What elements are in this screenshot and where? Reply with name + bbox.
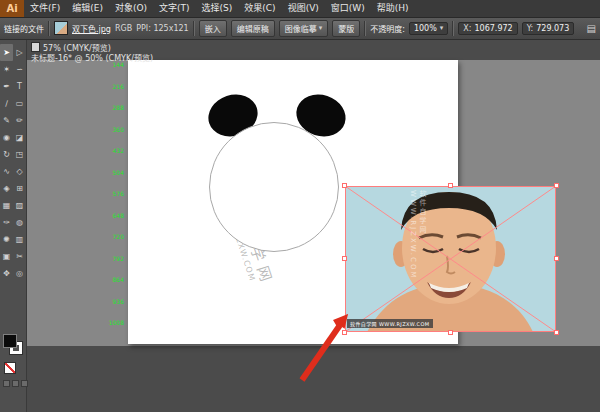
image-trace-button[interactable]: 图像临摹 ▾ [279,20,329,37]
divider [193,21,195,36]
handle-bottom-right[interactable] [554,330,559,335]
edit-original-button[interactable]: 编辑原稿 [231,20,275,37]
divider [48,21,50,36]
ruler-label: 648 [98,213,124,219]
ruler-label: 864 [98,277,124,283]
ruler-label: 576 [98,191,124,197]
y-label: Y: [527,24,534,33]
direct-selection-tool[interactable]: ▷ [13,44,26,61]
document-tab[interactable]: 未标题-16* @ 50% (CMYK/预览) [31,52,153,63]
photo-caption-strip: 软件自学网 WWW.RJZXW.COM [347,319,433,328]
menu-type[interactable]: 文字(T) [153,0,196,17]
ruler-label: 792 [98,256,124,262]
drawing-mode-buttons [3,380,28,387]
ppi-label: PPI: 125x121 [136,24,189,33]
color-mode-label: RGB [115,24,132,33]
ruler-label: 288 [98,105,124,111]
perspective-grid-tool[interactable]: ⊞ [13,180,26,197]
divider [364,21,366,36]
menu-select[interactable]: 选择(S) [196,0,239,17]
hand-tool[interactable]: ✥ [0,265,13,282]
width-tool[interactable]: ∿ [0,163,13,180]
menu-edit[interactable]: 编辑(E) [66,0,109,17]
menubar: Ai 文件(F) 编辑(E) 对象(O) 文字(T) 选择(S) 效果(C) 视… [0,0,600,18]
column-graph-tool[interactable]: ▥ [13,231,26,248]
handle-top-middle[interactable] [448,183,453,188]
magic-wand-tool[interactable]: ✶ [0,61,13,78]
handle-middle-left[interactable] [342,256,347,261]
ruler-label: 1008 [98,320,124,326]
tools-panel: ➤ ▷ ✶ ∽ ✒ T ∕ ▭ ✎ ✏ ◉ ◪ ↻ ◳ ∿ ◇ ◈ ⊞ ▦ ▨ … [0,40,27,412]
image-trace-label: 图像临摹 [285,23,317,34]
opacity-label: 不透明度: [370,23,405,34]
x-value: 1067.972 [475,24,513,33]
handle-bottom-left[interactable] [342,330,347,335]
y-position-field[interactable]: Y: 729.073 [522,22,575,35]
photo-illustration [345,186,556,332]
draw-normal-mode-button[interactable] [3,380,10,387]
draw-behind-mode-button[interactable] [12,380,19,387]
document-title: 未标题-16* @ 50% (CMYK/预览) [31,54,153,63]
ruler-label: 504 [98,170,124,176]
document-icon [31,42,40,52]
eraser-tool[interactable]: ◪ [13,129,26,146]
panda-face-circle-shape[interactable] [209,122,339,252]
linked-file-thumbnail [54,21,68,35]
placed-linked-image[interactable]: 软件自学网 WWW.RJZXW.COM 软件自学网 WWW.RJZXW.COM [345,186,556,332]
draw-inside-mode-button[interactable] [21,380,28,387]
handle-top-right[interactable] [554,183,559,188]
eyedropper-tool[interactable]: ✑ [0,214,13,231]
chevron-down-icon: ▾ [440,24,444,32]
mesh-tool[interactable]: ▦ [0,197,13,214]
app-logo: Ai [0,0,24,17]
divider [452,21,454,36]
pen-tool[interactable]: ✒ [0,78,13,95]
handle-middle-right[interactable] [554,256,559,261]
panel-icon[interactable]: ▤ [587,23,596,34]
blob-brush-tool[interactable]: ◉ [0,129,13,146]
selection-tool[interactable]: ➤ [0,44,13,61]
x-label: X: [463,24,471,33]
symbol-sprayer-tool[interactable]: ✺ [0,231,13,248]
ruler-label: 216 [98,84,124,90]
none-color-swatch[interactable] [4,362,16,374]
x-position-field[interactable]: X: 1067.972 [458,22,517,35]
menu-window[interactable]: 窗口(W) [325,0,371,17]
menu-help[interactable]: 帮助(H) [371,0,415,17]
opacity-value: 100% [414,24,437,33]
embed-button[interactable]: 嵌入 [199,20,227,37]
chevron-down-icon: ▾ [319,24,323,32]
zoom-tool[interactable]: ◎ [13,265,26,282]
pencil-tool[interactable]: ✏ [13,112,26,129]
lasso-tool[interactable]: ∽ [13,61,26,78]
y-value: 729.073 [536,24,569,33]
ruler-label: 720 [98,234,124,240]
artboard-tool[interactable]: ▣ [0,248,13,265]
paintbrush-tool[interactable]: ✎ [0,112,13,129]
control-bar: 链接的文件 双下色.jpg RGB PPI: 125x121 嵌入 编辑原稿 图… [0,17,600,40]
ruler-label: 936 [98,299,124,305]
menu-effect[interactable]: 效果(C) [238,0,281,17]
blend-tool[interactable]: ◍ [13,214,26,231]
mask-button[interactable]: 蒙版 [332,20,360,37]
menu-view[interactable]: 视图(V) [282,0,325,17]
scale-tool[interactable]: ◳ [13,146,26,163]
menu-file[interactable]: 文件(F) [24,0,66,17]
free-transform-tool[interactable]: ◇ [13,163,26,180]
control-panel-label: 链接的文件 [4,23,44,34]
opacity-dropdown[interactable]: 100% ▾ [409,22,448,35]
handle-top-left[interactable] [342,183,347,188]
fill-color-swatch[interactable] [3,334,17,348]
linked-filename[interactable]: 双下色.jpg [72,23,111,34]
ruler-label: 360 [98,127,124,133]
type-tool[interactable]: T [13,78,26,95]
slice-tool[interactable]: ✂ [13,248,26,265]
rectangle-tool[interactable]: ▭ [13,95,26,112]
line-segment-tool[interactable]: ∕ [0,95,13,112]
gradient-tool[interactable]: ▨ [13,197,26,214]
shape-builder-tool[interactable]: ◈ [0,180,13,197]
handle-bottom-middle[interactable] [448,330,453,335]
menu-object[interactable]: 对象(O) [109,0,153,17]
rotate-tool[interactable]: ↻ [0,146,13,163]
ruler-label: 432 [98,148,124,154]
